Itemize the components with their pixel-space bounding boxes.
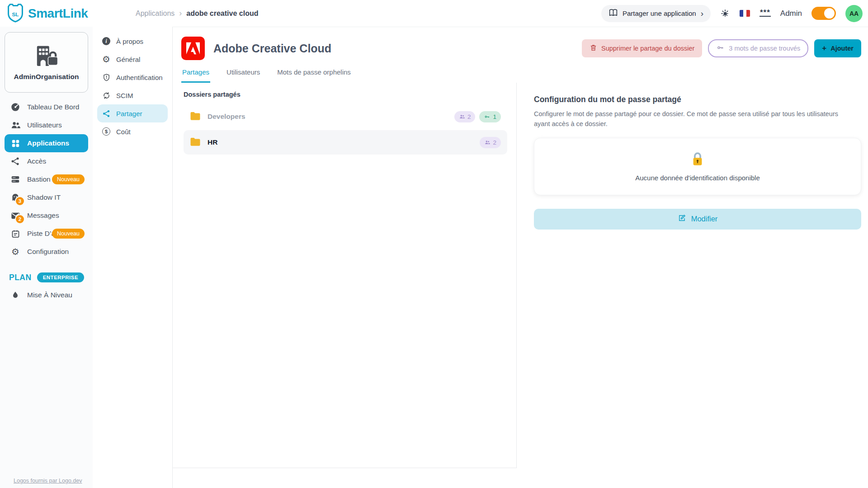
- nouveau-badge: Nouveau: [52, 174, 85, 184]
- folder-row-hr[interactable]: HR 2: [184, 130, 507, 155]
- credentials-empty-state: Aucune donnée d'identification disponibl…: [534, 138, 861, 195]
- folder-icon: [190, 111, 201, 122]
- top-bar: SL SmartLink Applications › adobe creati…: [0, 0, 868, 27]
- server-icon: [10, 174, 21, 185]
- organisation-card[interactable]: AdminOrganisation: [5, 32, 88, 93]
- light-mode-sun-icon[interactable]: [720, 9, 730, 19]
- nouveau-badge: Nouveau: [52, 229, 85, 239]
- adobe-logo: [181, 37, 205, 60]
- app-window: SL SmartLink Applications › adobe creati…: [0, 0, 868, 488]
- gear-icon: ⚙: [10, 246, 21, 257]
- tab-bar: Partages Utilisateurs Mots de passe orph…: [173, 66, 868, 83]
- topbar-controls: Partager une application › *** Admin AA: [601, 5, 863, 22]
- password-config-panel: Configuration du mot de passe partagé Co…: [517, 83, 868, 488]
- folder-row-developers[interactable]: Developers 2 1: [184, 104, 507, 129]
- edit-pencil-icon: [678, 214, 686, 224]
- add-button[interactable]: + Ajouter: [814, 39, 861, 57]
- subnav-item-partager[interactable]: Partager: [97, 104, 168, 122]
- folder-icon: [190, 137, 201, 148]
- shield-logo-icon: SL: [6, 3, 24, 24]
- tab-partages[interactable]: Partages: [181, 66, 210, 83]
- modifier-button[interactable]: Modifier: [534, 209, 861, 230]
- passwords-count-badge: 1: [479, 111, 501, 122]
- page-title: Adobe Creative Cloud: [213, 42, 331, 55]
- messages-count-badge: 2: [16, 215, 24, 223]
- shield-alert-icon: [102, 73, 111, 82]
- plan-row: PLAN ENTERPRISE: [5, 272, 88, 282]
- breadcrumb-current: adobe creative cloud: [186, 9, 258, 18]
- config-title: Configuration du mot de passe partagé: [534, 95, 861, 104]
- users-count-badge: 2: [454, 111, 476, 122]
- chevron-right-icon: ›: [701, 9, 703, 18]
- user-avatar[interactable]: AA: [845, 5, 863, 22]
- info-icon: i: [102, 37, 111, 46]
- gear-icon: ⚙: [102, 55, 111, 64]
- key-icon: [716, 44, 725, 53]
- passwords-found-button[interactable]: 3 mots de passe trouvés: [708, 39, 808, 57]
- share-application-label: Partager une application: [623, 9, 696, 17]
- app-settings-nav: i À propos ⚙ Général Authentification SC…: [93, 27, 172, 488]
- plan-enterprise-badge: ENTERPRISE: [37, 272, 85, 282]
- tab-utilisateurs[interactable]: Utilisateurs: [226, 66, 261, 83]
- dollar-icon: $: [102, 127, 111, 136]
- book-icon: [609, 9, 618, 18]
- subnav-item-general[interactable]: ⚙ Général: [97, 50, 168, 68]
- trash-icon: [590, 44, 597, 53]
- plan-label: PLAN: [9, 273, 32, 282]
- config-description: Configurer le mot de passe partagé pour …: [534, 109, 850, 129]
- sidebar-item-mise-a-niveau[interactable]: Mise À Niveau: [5, 286, 88, 304]
- shared-folders-panel: Dossiers partagés Developers 2: [173, 83, 517, 468]
- folder-name: Developers: [208, 113, 245, 121]
- sidebar-item-applications[interactable]: Applications: [5, 134, 88, 152]
- subnav-item-authentification[interactable]: Authentification: [97, 68, 168, 86]
- flame-icon: [10, 290, 21, 300]
- sync-icon: [102, 91, 111, 100]
- passwords-menu-icon[interactable]: ***: [760, 10, 771, 17]
- organisation-name: AdminOrganisation: [14, 73, 79, 81]
- subnav-item-cout[interactable]: $ Coût: [97, 122, 168, 141]
- sidebar-item-acces[interactable]: Accès: [5, 152, 88, 170]
- brand-logo[interactable]: SL SmartLink: [6, 3, 136, 24]
- delete-share-button[interactable]: Supprimer le partage du dossier: [582, 39, 702, 57]
- share-nodes-icon: [10, 156, 21, 167]
- sidebar-item-messages[interactable]: 2 Messages: [5, 206, 88, 225]
- shared-folders-heading: Dossiers partagés: [184, 91, 507, 98]
- ghost-icon: 3: [10, 192, 21, 203]
- envelope-icon: 2: [10, 210, 21, 221]
- logo-monogram: SL: [12, 11, 19, 18]
- app-header: Adobe Creative Cloud Supprimer le partag…: [173, 27, 868, 66]
- sidebar-item-configuration[interactable]: ⚙ Configuration: [5, 243, 88, 261]
- breadcrumb-applications[interactable]: Applications: [136, 9, 175, 18]
- apps-grid-icon: [10, 138, 21, 149]
- padlock-icon: [690, 151, 705, 169]
- tab-mots-de-passe-orphelins[interactable]: Mots de passe orphelins: [276, 66, 352, 83]
- audit-log-icon: [10, 228, 21, 239]
- admin-mode-toggle[interactable]: [811, 7, 836, 20]
- users-icon: [10, 120, 21, 131]
- share-application-button[interactable]: Partager une application ›: [601, 5, 711, 22]
- admin-label: Admin: [780, 9, 802, 18]
- subnav-item-scim[interactable]: SCIM: [97, 86, 168, 104]
- shadow-it-count-badge: 3: [16, 197, 24, 205]
- sidebar-item-shadow-it[interactable]: 3 Shadow IT: [5, 188, 88, 206]
- plus-icon: +: [822, 44, 826, 53]
- subnav-item-a-propos[interactable]: i À propos: [97, 32, 168, 50]
- dashboard-icon: [10, 102, 21, 113]
- sidebar-item-tableau-de-bord[interactable]: Tableau De Bord: [5, 98, 88, 116]
- primary-sidebar: AdminOrganisation Tableau De Bord Utilis…: [0, 27, 93, 488]
- breadcrumb-separator-icon: ›: [179, 9, 182, 18]
- brand-name: SmartLink: [28, 6, 88, 21]
- users-count-badge: 2: [480, 137, 501, 148]
- sidebar-item-utilisateurs[interactable]: Utilisateurs: [5, 116, 88, 134]
- empty-state-text: Aucune donnée d'identification disponibl…: [635, 174, 760, 182]
- sidebar-item-piste-audit[interactable]: Piste D’audit Nouveau: [5, 225, 88, 243]
- sidebar-item-bastion[interactable]: Bastion Nouveau: [5, 170, 88, 188]
- share-nodes-icon: [102, 109, 111, 118]
- main-panel: Adobe Creative Cloud Supprimer le partag…: [172, 27, 868, 488]
- french-flag-icon[interactable]: [740, 10, 750, 17]
- folder-name: HR: [208, 138, 217, 146]
- sidebar-nav: Tableau De Bord Utilisateurs Application…: [0, 98, 93, 261]
- logo-dev-attribution-link[interactable]: Logos fournis par Logo.dev: [14, 478, 82, 484]
- breadcrumb: Applications › adobe creative cloud: [136, 9, 258, 18]
- organisation-building-lock-icon: [33, 44, 61, 69]
